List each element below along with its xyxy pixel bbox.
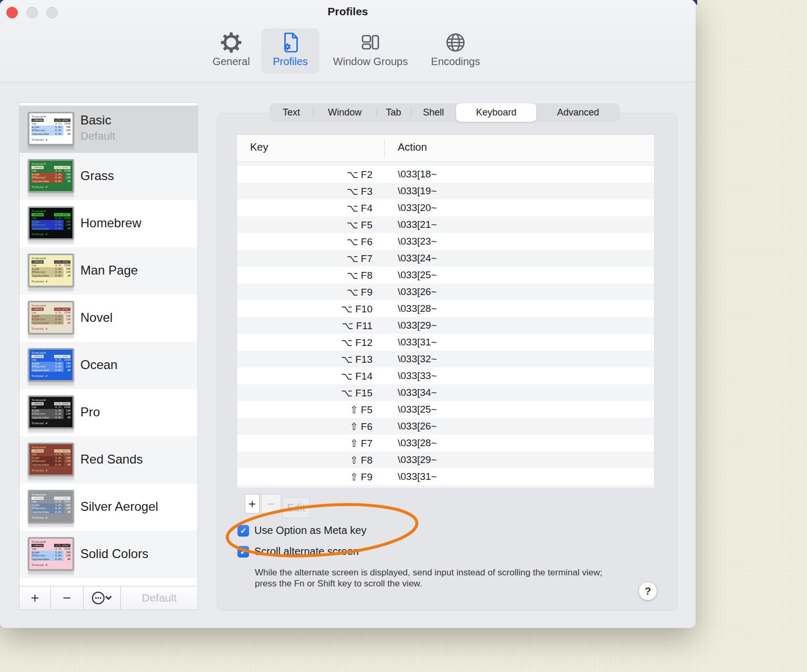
table-row[interactable]: ⌥ F9\033[26~ <box>237 284 654 300</box>
profile-thumbnail: Terminal#COMMAND%CPURPRVTtop4.1%231KXcod… <box>28 206 74 240</box>
tab-shell[interactable]: Shell <box>411 103 457 122</box>
use-option-as-meta-checkbox[interactable]: ✓ <box>237 525 249 537</box>
ellipsis-circle-icon <box>91 591 112 605</box>
thumbnail-reflection <box>28 241 74 245</box>
tab-label: Text <box>283 107 300 118</box>
globe-icon <box>443 30 468 55</box>
action-cell: \033[32~ <box>384 353 437 365</box>
tab-label: Window <box>328 107 361 118</box>
table-row[interactable]: ⌥ F4\033[20~ <box>237 200 654 216</box>
table-row[interactable]: ⌥ F11\033[29~ <box>237 317 654 334</box>
window-title: Profiles <box>0 5 696 18</box>
profile-thumbnail: Terminal#COMMAND%CPURPRVTtop4.1%231KXcod… <box>28 537 74 571</box>
profile-row-silver-aerogel[interactable]: Terminal#COMMAND%CPURPRVTtop4.1%231KXcod… <box>19 484 198 531</box>
toolbar-item-encodings[interactable]: Encodings <box>425 28 487 74</box>
toolbar-item-window-groups[interactable]: Window Groups <box>325 28 416 74</box>
tab-text[interactable]: Text <box>270 103 313 122</box>
table-row[interactable]: ⌥ F10\033[28~ <box>237 300 654 317</box>
thumbnail-reflection <box>28 288 74 292</box>
table-row[interactable]: ⌥ F5\033[21~ <box>237 216 654 233</box>
tab-tab[interactable]: Tab <box>377 103 411 122</box>
thumbnail-reflection <box>28 524 74 529</box>
table-row[interactable]: ⌥ F3\033[19~ <box>237 183 654 200</box>
table-row[interactable]: ⌥ F13\033[32~ <box>237 351 654 368</box>
profile-row-basic[interactable]: Terminal#COMMAND%CPURPRVTtop4.1%231KXcod… <box>19 106 198 153</box>
profile-thumbnail: Terminal#COMMAND%CPURPRVTtop4.1%231KXcod… <box>28 159 74 193</box>
key-cell: ⌥ F10 <box>237 303 384 315</box>
profile-row-red-sands[interactable]: Terminal#COMMAND%CPURPRVTtop4.1%231KXcod… <box>19 436 198 484</box>
key-cell: ⌥ F8 <box>237 269 384 281</box>
profile-row-man-page[interactable]: Terminal#COMMAND%CPURPRVTtop4.1%231KXcod… <box>19 247 198 295</box>
action-cell: \033[29~ <box>384 320 437 331</box>
preferences-window: Profiles General Profiles Window Groups … <box>0 0 696 628</box>
action-cell: \033[33~ <box>384 370 437 382</box>
table-row[interactable]: ⌥ F8\033[25~ <box>237 267 654 284</box>
action-cell: \033[19~ <box>384 185 437 197</box>
screen: Profiles General Profiles Window Groups … <box>0 0 807 672</box>
table-row[interactable]: ⇧ F5\033[25~ <box>237 401 654 418</box>
segment-divider <box>411 108 411 117</box>
key-cell: ⌥ F11 <box>237 320 384 332</box>
use-option-as-meta-label: Use Option as Meta key <box>254 524 366 537</box>
add-key-button[interactable]: + <box>245 494 260 513</box>
window-groups-icon <box>358 30 382 55</box>
table-row[interactable]: ⌥ F15\033[34~ <box>237 384 654 401</box>
profile-actions-menu-button[interactable] <box>84 586 121 610</box>
toolbar-item-general[interactable]: General <box>208 28 254 74</box>
profile-name: Novel <box>80 310 112 325</box>
profile-name: Pro <box>80 405 100 419</box>
profile-row-grass[interactable]: Terminal#COMMAND%CPURPRVTtop4.1%231KXcod… <box>19 153 198 200</box>
key-cell: ⌥ F15 <box>237 387 384 399</box>
profiles-sidebar: Terminal#COMMAND%CPURPRVTtop4.1%231KXcod… <box>19 102 198 610</box>
table-row[interactable]: ⇧ F8\033[29~ <box>237 452 654 468</box>
thumbnail-terminal: Terminal#COMMAND%CPURPRVTtop4.1%231KXcod… <box>29 397 73 427</box>
key-cell: ⌥ F9 <box>237 286 384 298</box>
tab-advanced[interactable]: Advanced <box>536 103 620 122</box>
profile-row-ocean[interactable]: Terminal#COMMAND%CPURPRVTtop4.1%231KXcod… <box>19 342 198 389</box>
action-cell: \033[31~ <box>384 471 437 482</box>
action-cell: \033[23~ <box>384 236 437 247</box>
set-default-button[interactable]: Default <box>121 586 198 610</box>
column-header-key: Key <box>250 141 268 153</box>
partial-row-bottom <box>237 485 654 488</box>
profile-row-solid-colors[interactable]: Terminal#COMMAND%CPURPRVTtop4.1%231KXcod… <box>19 531 198 578</box>
table-row[interactable]: ⇧ F7\033[28~ <box>237 435 654 452</box>
use-option-as-meta-row: ✓ Use Option as Meta key <box>237 524 366 537</box>
profile-thumbnail: Terminal#COMMAND%CPURPRVTtop4.1%231KXcod… <box>28 301 74 334</box>
table-row[interactable]: ⇧ F6\033[26~ <box>237 418 654 435</box>
add-profile-button[interactable]: + <box>19 586 51 610</box>
thumbnail-reflection <box>28 335 74 340</box>
scroll-alternate-screen-checkbox[interactable]: ✓ <box>237 546 249 558</box>
table-row[interactable]: ⇧ F9\033[31~ <box>237 468 654 485</box>
profile-row-homebrew[interactable]: Terminal#COMMAND%CPURPRVTtop4.1%231KXcod… <box>19 200 198 247</box>
table-row[interactable]: ⌥ F6\033[23~ <box>237 233 654 250</box>
action-cell: \033[21~ <box>384 219 437 230</box>
remove-key-button[interactable]: − <box>261 494 281 513</box>
table-row[interactable]: ⌥ F12\033[31~ <box>237 334 654 351</box>
action-cell: \033[28~ <box>384 437 437 449</box>
profile-thumbnail: Terminal#COMMAND%CPURPRVTtop4.1%231KXcod… <box>28 254 74 287</box>
profile-name: Basic <box>80 113 111 128</box>
table-body: ⌥ F2\033[18~⌥ F3\033[19~⌥ F4\033[20~⌥ F5… <box>237 162 654 488</box>
thumbnail-terminal: Terminal#COMMAND%CPURPRVTtop4.1%231KXcod… <box>29 208 73 238</box>
titlebar: Profiles General Profiles Window Groups … <box>0 0 696 82</box>
profile-row-pro[interactable]: Terminal#COMMAND%CPURPRVTtop4.1%231KXcod… <box>19 389 198 436</box>
tab-label: Keyboard <box>476 107 516 118</box>
table-row[interactable]: ⌥ F7\033[24~ <box>237 250 654 267</box>
action-cell: \033[29~ <box>384 454 437 466</box>
help-button[interactable]: ? <box>639 582 657 600</box>
profile-name: Man Page <box>80 263 138 278</box>
key-cell: ⇧ F7 <box>237 437 384 449</box>
key-cell: ⌥ F12 <box>237 337 384 349</box>
toolbar-item-label: Profiles <box>261 56 319 68</box>
table-row[interactable]: ⌥ F14\033[33~ <box>237 368 654 384</box>
tab-keyboard[interactable]: Keyboard <box>456 103 536 122</box>
profile-row-novel[interactable]: Terminal#COMMAND%CPURPRVTtop4.1%231KXcod… <box>19 295 198 342</box>
toolbar-item-profiles[interactable]: Profiles <box>261 28 319 74</box>
partial-row-top <box>237 162 654 166</box>
remove-profile-button[interactable]: − <box>51 586 84 610</box>
edit-key-button[interactable]: Edit <box>282 497 310 518</box>
tab-window[interactable]: Window <box>313 103 377 122</box>
segment-divider <box>377 108 377 117</box>
table-row[interactable]: ⌥ F2\033[18~ <box>237 166 654 183</box>
